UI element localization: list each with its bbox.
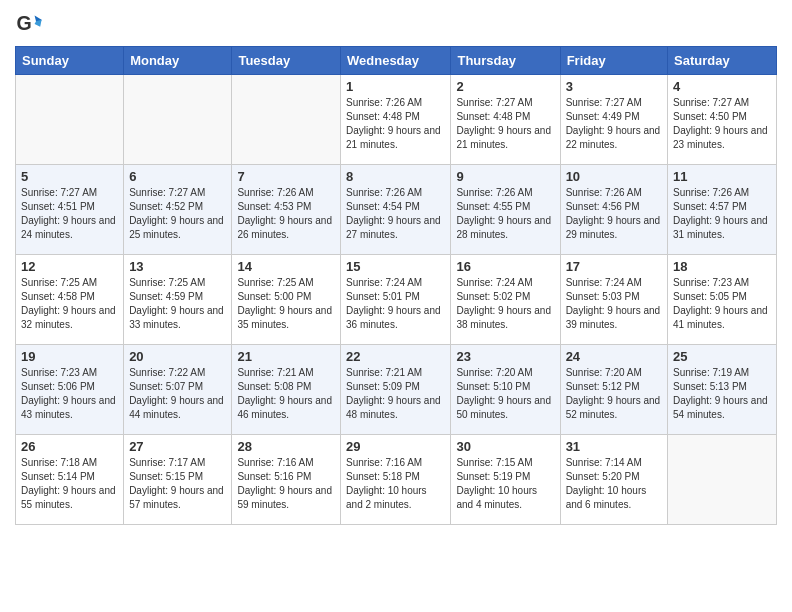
day-number: 21 bbox=[237, 349, 335, 364]
day-info: Sunrise: 7:26 AM Sunset: 4:57 PM Dayligh… bbox=[673, 186, 771, 242]
day-number: 15 bbox=[346, 259, 445, 274]
day-number: 5 bbox=[21, 169, 118, 184]
calendar-container: G SundayMondayTuesdayWednesdayThursdayFr… bbox=[0, 0, 792, 535]
day-number: 13 bbox=[129, 259, 226, 274]
day-info: Sunrise: 7:27 AM Sunset: 4:52 PM Dayligh… bbox=[129, 186, 226, 242]
day-info: Sunrise: 7:24 AM Sunset: 5:01 PM Dayligh… bbox=[346, 276, 445, 332]
calendar-cell: 25Sunrise: 7:19 AM Sunset: 5:13 PM Dayli… bbox=[668, 345, 777, 435]
day-info: Sunrise: 7:16 AM Sunset: 5:18 PM Dayligh… bbox=[346, 456, 445, 512]
calendar-cell: 18Sunrise: 7:23 AM Sunset: 5:05 PM Dayli… bbox=[668, 255, 777, 345]
day-number: 25 bbox=[673, 349, 771, 364]
calendar-cell: 31Sunrise: 7:14 AM Sunset: 5:20 PM Dayli… bbox=[560, 435, 667, 525]
day-number: 1 bbox=[346, 79, 445, 94]
svg-marker-2 bbox=[35, 20, 42, 27]
day-info: Sunrise: 7:23 AM Sunset: 5:05 PM Dayligh… bbox=[673, 276, 771, 332]
day-info: Sunrise: 7:20 AM Sunset: 5:12 PM Dayligh… bbox=[566, 366, 662, 422]
day-number: 4 bbox=[673, 79, 771, 94]
day-number: 29 bbox=[346, 439, 445, 454]
calendar-cell: 24Sunrise: 7:20 AM Sunset: 5:12 PM Dayli… bbox=[560, 345, 667, 435]
day-number: 16 bbox=[456, 259, 554, 274]
day-info: Sunrise: 7:21 AM Sunset: 5:09 PM Dayligh… bbox=[346, 366, 445, 422]
calendar-cell: 27Sunrise: 7:17 AM Sunset: 5:15 PM Dayli… bbox=[124, 435, 232, 525]
day-info: Sunrise: 7:21 AM Sunset: 5:08 PM Dayligh… bbox=[237, 366, 335, 422]
day-info: Sunrise: 7:26 AM Sunset: 4:56 PM Dayligh… bbox=[566, 186, 662, 242]
weekday-header-friday: Friday bbox=[560, 47, 667, 75]
calendar-cell: 26Sunrise: 7:18 AM Sunset: 5:14 PM Dayli… bbox=[16, 435, 124, 525]
week-row-5: 26Sunrise: 7:18 AM Sunset: 5:14 PM Dayli… bbox=[16, 435, 777, 525]
calendar-cell: 9Sunrise: 7:26 AM Sunset: 4:55 PM Daylig… bbox=[451, 165, 560, 255]
day-number: 19 bbox=[21, 349, 118, 364]
day-number: 10 bbox=[566, 169, 662, 184]
calendar-cell bbox=[232, 75, 341, 165]
header: G bbox=[15, 10, 777, 38]
logo: G bbox=[15, 10, 47, 38]
calendar-cell: 19Sunrise: 7:23 AM Sunset: 5:06 PM Dayli… bbox=[16, 345, 124, 435]
day-number: 24 bbox=[566, 349, 662, 364]
day-info: Sunrise: 7:23 AM Sunset: 5:06 PM Dayligh… bbox=[21, 366, 118, 422]
day-number: 26 bbox=[21, 439, 118, 454]
calendar-cell bbox=[668, 435, 777, 525]
day-info: Sunrise: 7:26 AM Sunset: 4:54 PM Dayligh… bbox=[346, 186, 445, 242]
day-info: Sunrise: 7:27 AM Sunset: 4:48 PM Dayligh… bbox=[456, 96, 554, 152]
calendar-cell: 6Sunrise: 7:27 AM Sunset: 4:52 PM Daylig… bbox=[124, 165, 232, 255]
weekday-header-saturday: Saturday bbox=[668, 47, 777, 75]
day-info: Sunrise: 7:26 AM Sunset: 4:55 PM Dayligh… bbox=[456, 186, 554, 242]
calendar-table: SundayMondayTuesdayWednesdayThursdayFrid… bbox=[15, 46, 777, 525]
day-info: Sunrise: 7:16 AM Sunset: 5:16 PM Dayligh… bbox=[237, 456, 335, 512]
calendar-cell: 17Sunrise: 7:24 AM Sunset: 5:03 PM Dayli… bbox=[560, 255, 667, 345]
day-info: Sunrise: 7:25 AM Sunset: 4:59 PM Dayligh… bbox=[129, 276, 226, 332]
day-info: Sunrise: 7:20 AM Sunset: 5:10 PM Dayligh… bbox=[456, 366, 554, 422]
calendar-cell: 16Sunrise: 7:24 AM Sunset: 5:02 PM Dayli… bbox=[451, 255, 560, 345]
day-info: Sunrise: 7:25 AM Sunset: 4:58 PM Dayligh… bbox=[21, 276, 118, 332]
calendar-cell: 3Sunrise: 7:27 AM Sunset: 4:49 PM Daylig… bbox=[560, 75, 667, 165]
calendar-cell: 22Sunrise: 7:21 AM Sunset: 5:09 PM Dayli… bbox=[341, 345, 451, 435]
day-info: Sunrise: 7:22 AM Sunset: 5:07 PM Dayligh… bbox=[129, 366, 226, 422]
calendar-cell: 14Sunrise: 7:25 AM Sunset: 5:00 PM Dayli… bbox=[232, 255, 341, 345]
calendar-cell: 20Sunrise: 7:22 AM Sunset: 5:07 PM Dayli… bbox=[124, 345, 232, 435]
calendar-cell: 4Sunrise: 7:27 AM Sunset: 4:50 PM Daylig… bbox=[668, 75, 777, 165]
day-number: 2 bbox=[456, 79, 554, 94]
calendar-cell: 1Sunrise: 7:26 AM Sunset: 4:48 PM Daylig… bbox=[341, 75, 451, 165]
day-info: Sunrise: 7:27 AM Sunset: 4:49 PM Dayligh… bbox=[566, 96, 662, 152]
calendar-cell: 23Sunrise: 7:20 AM Sunset: 5:10 PM Dayli… bbox=[451, 345, 560, 435]
weekday-header-sunday: Sunday bbox=[16, 47, 124, 75]
day-info: Sunrise: 7:26 AM Sunset: 4:53 PM Dayligh… bbox=[237, 186, 335, 242]
day-number: 22 bbox=[346, 349, 445, 364]
day-number: 11 bbox=[673, 169, 771, 184]
day-number: 28 bbox=[237, 439, 335, 454]
calendar-cell: 13Sunrise: 7:25 AM Sunset: 4:59 PM Dayli… bbox=[124, 255, 232, 345]
calendar-cell: 28Sunrise: 7:16 AM Sunset: 5:16 PM Dayli… bbox=[232, 435, 341, 525]
day-info: Sunrise: 7:14 AM Sunset: 5:20 PM Dayligh… bbox=[566, 456, 662, 512]
day-number: 3 bbox=[566, 79, 662, 94]
day-number: 20 bbox=[129, 349, 226, 364]
calendar-cell: 10Sunrise: 7:26 AM Sunset: 4:56 PM Dayli… bbox=[560, 165, 667, 255]
weekday-header-monday: Monday bbox=[124, 47, 232, 75]
day-number: 9 bbox=[456, 169, 554, 184]
day-info: Sunrise: 7:15 AM Sunset: 5:19 PM Dayligh… bbox=[456, 456, 554, 512]
calendar-cell: 8Sunrise: 7:26 AM Sunset: 4:54 PM Daylig… bbox=[341, 165, 451, 255]
day-number: 6 bbox=[129, 169, 226, 184]
calendar-cell: 30Sunrise: 7:15 AM Sunset: 5:19 PM Dayli… bbox=[451, 435, 560, 525]
calendar-cell bbox=[16, 75, 124, 165]
day-number: 14 bbox=[237, 259, 335, 274]
week-row-1: 1Sunrise: 7:26 AM Sunset: 4:48 PM Daylig… bbox=[16, 75, 777, 165]
calendar-cell: 21Sunrise: 7:21 AM Sunset: 5:08 PM Dayli… bbox=[232, 345, 341, 435]
day-number: 30 bbox=[456, 439, 554, 454]
weekday-header-wednesday: Wednesday bbox=[341, 47, 451, 75]
calendar-cell: 5Sunrise: 7:27 AM Sunset: 4:51 PM Daylig… bbox=[16, 165, 124, 255]
calendar-cell: 11Sunrise: 7:26 AM Sunset: 4:57 PM Dayli… bbox=[668, 165, 777, 255]
day-number: 23 bbox=[456, 349, 554, 364]
week-row-3: 12Sunrise: 7:25 AM Sunset: 4:58 PM Dayli… bbox=[16, 255, 777, 345]
weekday-header-row: SundayMondayTuesdayWednesdayThursdayFrid… bbox=[16, 47, 777, 75]
calendar-cell bbox=[124, 75, 232, 165]
weekday-header-tuesday: Tuesday bbox=[232, 47, 341, 75]
calendar-cell: 12Sunrise: 7:25 AM Sunset: 4:58 PM Dayli… bbox=[16, 255, 124, 345]
day-info: Sunrise: 7:25 AM Sunset: 5:00 PM Dayligh… bbox=[237, 276, 335, 332]
day-number: 27 bbox=[129, 439, 226, 454]
week-row-2: 5Sunrise: 7:27 AM Sunset: 4:51 PM Daylig… bbox=[16, 165, 777, 255]
day-number: 12 bbox=[21, 259, 118, 274]
day-number: 7 bbox=[237, 169, 335, 184]
calendar-cell: 2Sunrise: 7:27 AM Sunset: 4:48 PM Daylig… bbox=[451, 75, 560, 165]
day-info: Sunrise: 7:17 AM Sunset: 5:15 PM Dayligh… bbox=[129, 456, 226, 512]
calendar-cell: 29Sunrise: 7:16 AM Sunset: 5:18 PM Dayli… bbox=[341, 435, 451, 525]
